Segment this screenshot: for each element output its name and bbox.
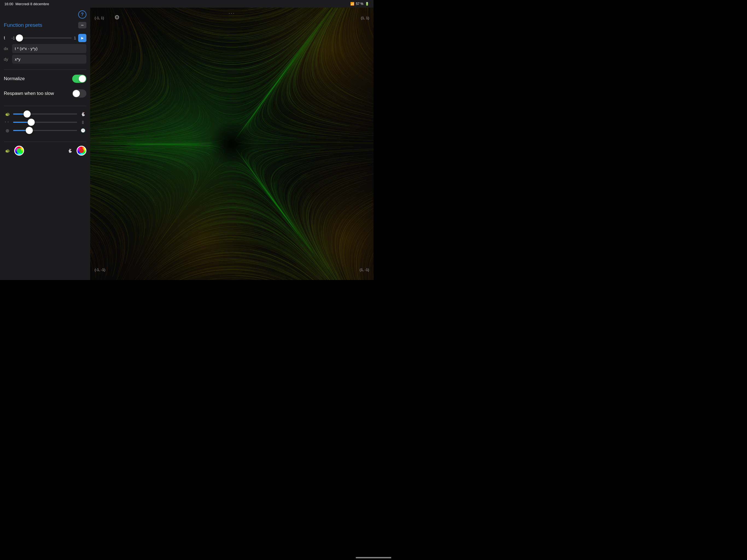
divider-3 (4, 142, 86, 142)
t-max-value: 1 (74, 36, 76, 40)
battery-icon: 🔋 (365, 2, 369, 6)
normalize-label: Normalize (4, 76, 25, 81)
normalize-toggle[interactable] (72, 75, 86, 83)
color-slow-turtle-icon: 🐢 (4, 149, 11, 153)
dx-row: dx (0, 43, 90, 54)
speed-slider-row: 🐢 🐇 (4, 110, 86, 118)
trail-long-icon: 🕐 (79, 128, 86, 133)
dx-label: dx (4, 46, 10, 51)
corner-label-tl: (-1, 1) (95, 16, 104, 20)
dx-input[interactable] (12, 44, 86, 53)
t-label: t (4, 35, 9, 41)
divider-2 (4, 106, 86, 106)
play-button[interactable] (78, 34, 86, 42)
speed-fast-icon: 🐇 (79, 112, 86, 116)
sidebar: ? Function presets t -1 1 dx (0, 8, 90, 280)
gear-button[interactable]: ⚙ (112, 12, 122, 22)
trail-slider[interactable] (13, 128, 77, 133)
spacer-3 (0, 137, 90, 140)
t-slider-track (17, 37, 72, 39)
speed-slider[interactable] (13, 111, 77, 117)
respawn-toggle[interactable] (72, 90, 86, 98)
t-slider-thumb[interactable] (16, 34, 23, 42)
density-high-icon: ⣿ (79, 121, 86, 124)
spacer-1 (0, 65, 90, 68)
fast-color-picker[interactable] (77, 146, 86, 156)
help-button-container: ? (0, 8, 90, 20)
collapse-button[interactable] (78, 22, 86, 28)
corner-label-br: (1, -1) (360, 268, 369, 272)
status-bar: 16:00 Mercredi 8 décembre 📶 57 % 🔋 (0, 0, 374, 8)
t-slider-row: t -1 1 (0, 33, 90, 43)
trail-short-icon: ◎ (4, 128, 11, 133)
density-thumb[interactable] (28, 119, 35, 126)
time: 16:00 (4, 2, 14, 6)
normalize-toggle-knob (79, 75, 86, 82)
function-presets-section: Function presets (0, 20, 90, 33)
density-low-icon: ⠂⠂ (4, 120, 11, 124)
respawn-row: Respawn when too slow (0, 86, 90, 101)
section-header: Function presets (4, 22, 86, 28)
wifi-icon: 📶 (350, 2, 354, 6)
canvas-area: ··· ⚙ (-1, 1) (1, 1) (-1, -1) (1, -1) (90, 8, 374, 280)
dots-menu-button[interactable]: ··· (229, 10, 235, 16)
corner-label-bl: (-1, -1) (95, 268, 105, 272)
t-min-value: -1 (11, 36, 15, 40)
section-title: Function presets (4, 22, 42, 28)
respawn-toggle-knob (73, 90, 80, 97)
dy-label: dy (4, 57, 10, 61)
density-slider[interactable] (13, 120, 77, 125)
sliders-section: 🐢 🐇 ⠂⠂ ⣿ (0, 108, 90, 137)
spacer-2 (0, 101, 90, 104)
color-fast-rabbit-icon: 🐇 (66, 149, 73, 153)
speed-track (13, 113, 77, 114)
main-layout: ? Function presets t -1 1 dx (0, 8, 374, 280)
t-slider[interactable] (17, 35, 72, 41)
trail-slider-row: ◎ 🕐 (4, 126, 86, 134)
trail-track (13, 130, 77, 131)
battery-level: 57 % (356, 2, 363, 6)
density-track (13, 122, 77, 123)
normalize-row: Normalize (0, 71, 90, 86)
corner-label-tr: (1, 1) (361, 16, 369, 20)
dy-input[interactable] (12, 55, 86, 64)
flow-field-canvas (90, 8, 374, 280)
respawn-label: Respawn when too slow (4, 91, 54, 96)
date: Mercredi 8 décembre (16, 2, 49, 6)
color-section: 🐢 🐇 (0, 144, 90, 158)
dy-row: dy (0, 54, 90, 65)
speed-thumb[interactable] (24, 110, 31, 118)
density-slider-row: ⠂⠂ ⣿ (4, 118, 86, 126)
trail-thumb[interactable] (26, 127, 33, 134)
slow-color-picker[interactable] (14, 146, 24, 156)
help-button[interactable]: ? (78, 10, 86, 19)
speed-slow-icon: 🐢 (4, 112, 11, 116)
